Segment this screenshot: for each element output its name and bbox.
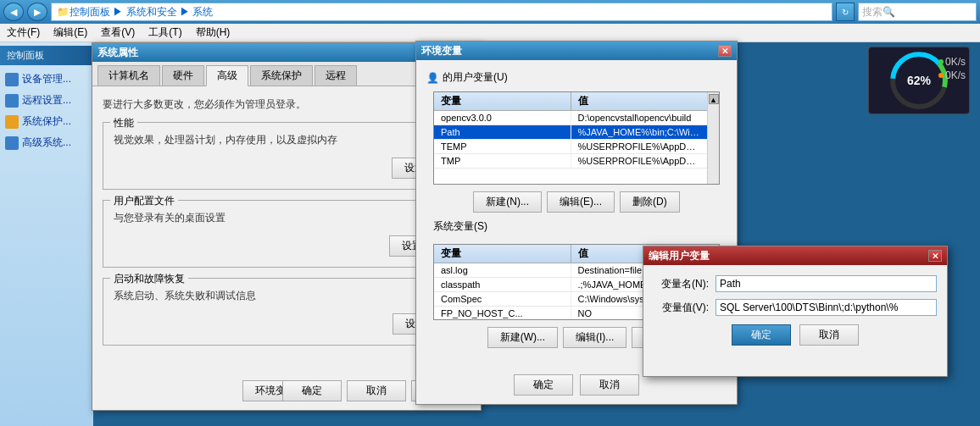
user-table-scrollbar[interactable]: ▲ — [707, 92, 719, 184]
remote-icon — [5, 94, 19, 108]
sys-props-cancel-button[interactable]: 取消 — [347, 380, 406, 401]
env-vars-cancel-button[interactable]: 取消 — [580, 374, 639, 396]
sys-row-3-var: FP_NO_HOST_C... — [434, 307, 571, 319]
menu-view[interactable]: 查看(V) — [101, 25, 135, 40]
menu-file[interactable]: 文件(F) — [7, 25, 40, 40]
user-col-val: 值 — [571, 92, 708, 110]
var-value-label: 变量值(V): — [654, 301, 709, 315]
edit-var-window: 编辑用户变量 ✕ 变量名(N): 变量值(V): 确定 取消 — [643, 246, 948, 377]
user-row-3-val: %USERPROFILE%\AppData\Local\Temp — [571, 154, 708, 168]
user-delete-button[interactable]: 删除(D) — [620, 191, 680, 213]
tab-hardware[interactable]: 硬件 — [162, 65, 204, 86]
user-row-1-val: %JAVA_HOME%\bin;C:\Windows\syst... — [571, 125, 708, 139]
sys-row-1-var: classpath — [434, 278, 571, 291]
tab-advanced[interactable]: 高级 — [206, 65, 248, 86]
env-vars-title-buttons: ✕ — [718, 45, 732, 57]
startup-label: 启动和故障恢复 — [110, 272, 188, 286]
gauge-percent: 62% — [907, 74, 931, 87]
back-button[interactable]: ◀ — [3, 3, 24, 21]
env-vars-ok-button[interactable]: 确定 — [514, 374, 573, 396]
sidebar-item-device[interactable]: 设备管理... — [0, 69, 93, 90]
scroll-up-icon[interactable]: ▲ — [709, 94, 719, 104]
net-up-dot — [938, 59, 944, 64]
sys-edit-button[interactable]: 编辑(I)... — [563, 327, 626, 348]
sidebar: 控制面板 设备管理... 远程设置... 系统保护... 高级系统... — [0, 42, 93, 426]
sidebar-header: 控制面板 — [0, 46, 93, 65]
user-row-3[interactable]: TMP %USERPROFILE%\AppData\Local\Temp — [434, 154, 707, 169]
edit-var-ok-button[interactable]: 确定 — [732, 324, 791, 346]
sidebar-item-sysprotect[interactable]: 系统保护... — [0, 111, 93, 132]
folder-icon: 📁 — [57, 6, 70, 18]
env-vars-close-button[interactable]: ✕ — [718, 45, 732, 57]
var-value-row: 变量值(V): — [654, 299, 937, 316]
advanced-icon — [5, 136, 19, 150]
sidebar-item-remote[interactable]: 远程设置... — [0, 90, 93, 111]
forward-button[interactable]: ▶ — [27, 3, 47, 21]
address-text: 控制面板 ▶ 系统和安全 ▶ 系统 — [70, 5, 213, 19]
sys-vars-section-title: 系统变量(S) — [426, 216, 727, 237]
edit-var-cancel-button[interactable]: 取消 — [799, 324, 859, 346]
env-vars-title: 环境变量 — [421, 44, 462, 58]
perf-desc: 视觉效果，处理器计划，内存使用，以及虚拟内存 — [114, 133, 459, 147]
user-row-1[interactable]: Path %JAVA_HOME%\bin;C:\Windows\syst... — [434, 125, 707, 140]
sidebar-item-advanced[interactable]: 高级系统... — [0, 132, 93, 153]
user-row-0-val: D:\opencvstall\opencv\build — [571, 111, 708, 124]
search-icon: 🔍 — [883, 6, 895, 18]
top-nav-bar: ◀ ▶ 📁 控制面板 ▶ 系统和安全 ▶ 系统 ↻ 搜索 🔍 — [0, 0, 980, 24]
address-bar[interactable]: 📁 控制面板 ▶ 系统和安全 ▶ 系统 — [51, 3, 832, 21]
user-row-0[interactable]: opencv3.0.0 D:\opencvstall\opencv\build — [434, 111, 707, 125]
edit-var-titlebar: 编辑用户变量 ✕ — [643, 246, 947, 265]
sys-col-var: 变量 — [434, 245, 571, 263]
user-row-2[interactable]: TEMP %USERPROFILE%\AppData\Local\Temp — [434, 140, 707, 154]
user-vars-buttons: 新建(N)... 编辑(E)... 删除(D) — [433, 191, 720, 213]
user-row-2-var: TEMP — [434, 140, 571, 153]
sys-row-2-var: ComSpec — [434, 292, 571, 306]
var-name-row: 变量名(N): — [654, 275, 937, 292]
user-edit-button[interactable]: 编辑(E)... — [547, 191, 615, 213]
user-profiles-label: 用户配置文件 — [110, 194, 178, 208]
edit-var-close-button[interactable]: ✕ — [928, 250, 942, 262]
user-section-title: 的用户变量(U) — [443, 70, 508, 85]
net-stats: 0K/s 0K/s — [938, 56, 966, 81]
user-row-0-var: opencv3.0.0 — [434, 111, 571, 124]
env-vars-bottom-buttons: 确定 取消 — [416, 374, 737, 396]
user-vars-table: 变量 值 opencv3.0.0 D:\opencvstall\opencv\b… — [433, 91, 720, 185]
net-up-value: 0K/s — [945, 56, 966, 68]
startup-desc: 系统启动、系统失败和调试信息 — [114, 289, 459, 303]
refresh-button[interactable]: ↻ — [836, 3, 855, 21]
sys-new-button[interactable]: 新建(W)... — [487, 327, 558, 348]
search-placeholder: 搜索 — [862, 5, 883, 19]
net-down-dot — [938, 73, 944, 78]
sys-props-title: 系统属性 — [97, 46, 138, 60]
net-down-value: 0K/s — [945, 69, 966, 81]
search-box[interactable]: 搜索 🔍 — [858, 3, 977, 21]
gauge-widget: 62% 0K/s 0K/s — [868, 47, 970, 114]
tab-remote[interactable]: 远程 — [315, 65, 357, 86]
menu-edit[interactable]: 编辑(E) — [53, 25, 87, 40]
edit-var-title-buttons: ✕ — [928, 250, 942, 262]
edit-var-content: 变量名(N): 变量值(V): 确定 取消 — [643, 265, 947, 356]
menu-tools[interactable]: 工具(T) — [148, 25, 181, 40]
sidebar-sysprotect-label: 系统保护... — [22, 114, 71, 129]
user-new-button[interactable]: 新建(N)... — [473, 191, 542, 213]
user-row-1-var: Path — [434, 125, 571, 139]
net-up-row: 0K/s — [938, 56, 966, 68]
user-col-var: 变量 — [434, 92, 571, 110]
sys-props-ok-button[interactable]: 确定 — [282, 380, 342, 401]
perf-label: 性能 — [110, 116, 137, 130]
edit-var-buttons: 确定 取消 — [654, 324, 937, 346]
device-icon — [5, 73, 19, 86]
tab-sysprotect[interactable]: 系统保护 — [250, 65, 313, 86]
user-profiles-desc: 与您登录有关的桌面设置 — [114, 211, 459, 225]
menu-help[interactable]: 帮助(H) — [196, 25, 231, 40]
edit-var-title: 编辑用户变量 — [649, 249, 710, 263]
sidebar-advanced-label: 高级系统... — [22, 136, 71, 150]
user-table-header: 变量 值 — [434, 92, 707, 111]
var-value-input[interactable] — [716, 299, 937, 316]
tab-computername[interactable]: 计算机名 — [97, 65, 160, 86]
var-name-input[interactable] — [716, 275, 937, 292]
user-row-2-val: %USERPROFILE%\AppData\Local\Temp — [571, 140, 708, 153]
env-vars-titlebar: 环境变量 ✕ — [416, 41, 737, 60]
sidebar-device-label: 设备管理... — [22, 72, 71, 86]
menu-bar: 文件(F) 编辑(E) 查看(V) 工具(T) 帮助(H) — [0, 24, 980, 42]
